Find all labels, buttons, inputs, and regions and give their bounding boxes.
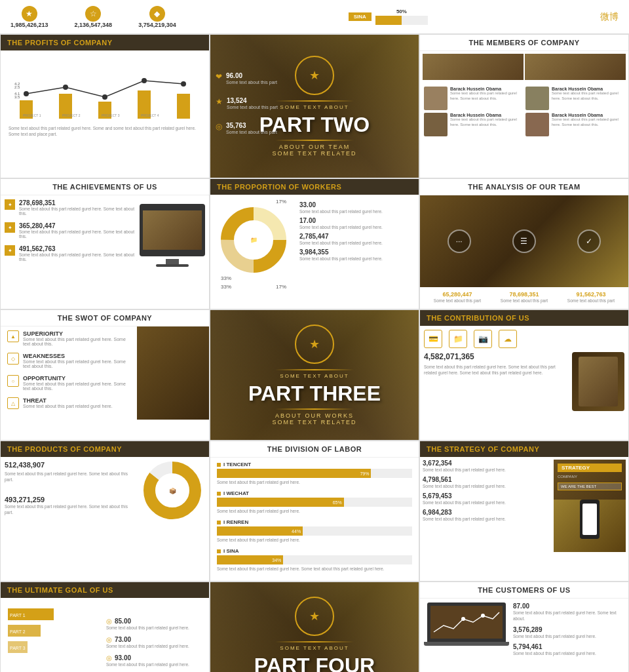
- swot-list: ▲ SUPERIORITY Some text about this part …: [1, 326, 134, 420]
- swot-superiority-desc: Some text about this part related gurel …: [23, 337, 128, 346]
- svg-rect-34: [430, 606, 503, 639]
- wechat-bar-bg: 65%: [217, 498, 412, 507]
- analysis-circle-3: ✓: [577, 229, 601, 253]
- members-grid: Barack Hussein Obama Some text about thi…: [420, 83, 628, 140]
- division-panel: THE DIVISION OF LABOR I TENCENT 79% Some…: [210, 441, 419, 582]
- products-val2: 493,271,259: [5, 496, 136, 504]
- division-sina: I SINA 34% Some text about this part rel…: [217, 548, 412, 572]
- swot-opportunity-desc: Some text about this part related gurel …: [23, 382, 128, 391]
- part-three-line-bottom: [275, 408, 354, 410]
- strategy-phone-area: [554, 500, 626, 552]
- prop-label-bottom: 33%: [214, 275, 293, 281]
- top-strip: ★ 1,985,426,213 ☆ 2,136,547,348 ◆ 3,754,…: [0, 0, 629, 34]
- swot-weaknesses-icon: ◇: [7, 353, 19, 365]
- proportion-panel: THE PROPORTION OF WORKERS 17% 📁 33% 33% …: [210, 178, 419, 309]
- customers-content: 87.00 Some text about this part related …: [420, 599, 628, 660]
- svg-text:📦: 📦: [169, 487, 177, 495]
- part-three-sub2: SOME TEXT RELATED: [248, 419, 381, 425]
- progress-track: [375, 16, 428, 25]
- renren-label-text: I RENREN: [223, 519, 248, 525]
- svg-point-1: [63, 85, 68, 90]
- sina-pct: 34%: [272, 558, 281, 563]
- strat-4: 6,984,283 Some text about this part rela…: [423, 509, 551, 522]
- stat-heart: ❤ 96.00 Some text about this part: [216, 72, 278, 85]
- strategy-stats: 3,672,354 Some text about this part rela…: [423, 460, 551, 552]
- part-three-emblem: ★: [295, 325, 334, 364]
- ach-val-2: 365,280,447: [19, 222, 136, 229]
- members-title: THE MEMBERS OF COMPANY: [420, 35, 628, 51]
- stat-circle: ◎ 35,763 Some text about this part: [216, 122, 278, 135]
- products-panel: THE PRODUCTS OF COMPANY 512,438,907 Some…: [0, 441, 210, 582]
- swot-weaknesses: ◇ WEAKNESSES Some text about this part r…: [7, 353, 128, 368]
- swot-opportunity-icon: ○: [7, 375, 19, 387]
- part-two-stats: ❤ 96.00 Some text about this part ★ 13,5…: [216, 72, 278, 140]
- swot-weaknesses-desc: Some text about this part related gurel …: [23, 359, 128, 368]
- sina-bar-fill: 34%: [217, 555, 283, 564]
- progress-fill: [375, 16, 402, 25]
- part-two-sub1: ABOUT OUR TEAM: [259, 144, 370, 150]
- prop-stat-3: 2,785,447 Some text about this part rela…: [299, 233, 412, 246]
- member-photo-3: [424, 113, 448, 136]
- stat-icon-1: ★: [22, 6, 37, 22]
- division-renren-label: I RENREN: [217, 519, 412, 525]
- top-strip-left-icons: ★ 1,985,426,213 ☆ 2,136,547,348 ◆ 3,754,…: [10, 6, 176, 28]
- achievements-stats: ✦ 278,698,351 Some text about this part …: [5, 199, 136, 268]
- part-four-badge: SOME TEXT ABOUT: [254, 645, 375, 651]
- proportion-content: 17% 📁 33% 33% 17% 33.00: [210, 195, 419, 294]
- cust-stat-2: 3,576,289 Some text about this part rela…: [513, 626, 624, 639]
- division-title: THE DIVISION OF LABOR: [210, 441, 419, 458]
- svg-text:PROJECT 2: PROJECT 2: [62, 113, 81, 117]
- svg-text:PROJECT 4: PROJECT 4: [141, 113, 159, 117]
- analysis-numbers: 65,280,447 Some text about this part 78,…: [420, 287, 628, 307]
- swot-opportunity-label: OPPORTUNITY: [23, 375, 128, 382]
- profits-title: THE PROFITS OF COMPANY: [1, 35, 209, 50]
- products-title: THE PRODUCTS OF COMPANY: [1, 441, 209, 457]
- stat-value-2: 2,136,547,348: [75, 22, 113, 28]
- contrib-icon-folder: 📁: [449, 330, 467, 348]
- strategy-image: STRATEGY COMPANY WE ARE THE BEST: [554, 460, 626, 552]
- swot-content: ▲ SUPERIORITY Some text about this part …: [1, 326, 209, 420]
- tablet-screen: [579, 357, 618, 406]
- analysis-circle-1: ···: [448, 229, 471, 253]
- division-sina-label: I SINA: [217, 548, 412, 554]
- proportion-donut-svg: 📁: [221, 207, 286, 273]
- strategy-badge: STRATEGY: [558, 464, 622, 472]
- stat-value-3: 3,754,219,304: [138, 22, 176, 28]
- part-two-emblem: ★: [295, 56, 334, 95]
- ach-desc-3: Some text about this part related gurel …: [19, 252, 136, 262]
- member-desc-2: Some text about this part related gurel …: [552, 91, 624, 102]
- contribution-icons-row: 💳 📁 📷 ☁: [424, 330, 624, 348]
- stat-icon-3: ◆: [149, 6, 165, 22]
- swot-threat-desc: Some text about this part related gurel …: [23, 404, 113, 408]
- contribution-title: The CONTRIBUTION OF US: [420, 310, 628, 326]
- ach-val-3: 491,562,763: [19, 245, 136, 252]
- contrib-icon-cloud: ☁: [499, 330, 517, 348]
- sina-dot: [217, 549, 221, 553]
- svg-point-4: [181, 81, 186, 87]
- members-panel: THE MEMBERS OF COMPANY Barack Hussein Ob…: [419, 34, 629, 178]
- prop-stat-2: 17.00 Some text about this part related …: [299, 217, 412, 230]
- part-four-title: PART FOUR: [254, 654, 375, 672]
- strat-2: 4,798,561 Some text about this part rela…: [423, 476, 551, 489]
- tencent-pct: 79%: [360, 471, 369, 476]
- analysis-num-3: 91,562,763 Some text about this part: [567, 291, 615, 304]
- svg-text:PROJECT 1: PROJECT 1: [23, 113, 41, 117]
- profits-panel: THE PROFITS OF COMPANY PROJECT 1 PROJECT…: [0, 34, 210, 178]
- renren-bar-fill: 44%: [217, 526, 303, 536]
- stat-item-2: ☆ 2,136,547,348: [75, 6, 113, 28]
- wechat-pct: 65%: [333, 500, 342, 505]
- proportion-stats: 33.00 Some text about this part related …: [297, 199, 415, 290]
- ach-item-3: ✦ 491,562,763 Some text about this part …: [5, 245, 136, 262]
- products-val2-area: 493,271,259 Some text about this part re…: [5, 496, 136, 515]
- tablet-mockup: [572, 352, 624, 411]
- svg-point-36: [481, 614, 485, 618]
- svg-point-3: [142, 78, 147, 83]
- contribution-main: 4,582,071,365 Some text about this part …: [424, 352, 624, 411]
- sina-badge: SINA: [349, 12, 372, 21]
- part-three-sub1: ABOUT OUR WORKS: [248, 412, 381, 419]
- strat-1: 3,672,354 Some text about this part rela…: [423, 460, 551, 473]
- contribution-value: 4,582,071,365: [424, 352, 568, 361]
- customers-panel: THE CUSTOMERS OF US 87.00 Some text a: [419, 582, 629, 672]
- contribution-desc: Some text about this part related gurel …: [424, 364, 568, 376]
- svg-text:PROJECT 3: PROJECT 3: [102, 113, 120, 117]
